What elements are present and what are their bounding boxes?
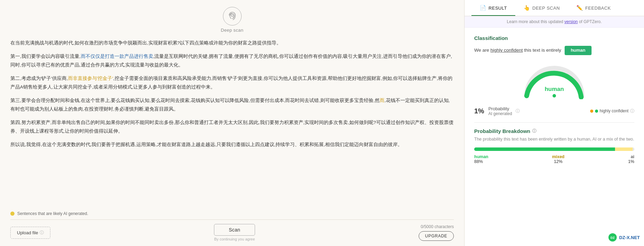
- info-icon-conf: ⓘ: [630, 108, 634, 114]
- watermark: DZ DZ-X.NET: [608, 233, 640, 242]
- tab-deep-scan[interactable]: 👆 DEEP SCAN: [515, 0, 568, 16]
- bar-human: [474, 147, 615, 151]
- bar-mixed: [615, 147, 633, 151]
- dot-green: [595, 110, 598, 113]
- left-panel: Deep scan 在当前充满挑战与机遇的时代,如何在激烈的市场竞争中脱颖而出,…: [0, 0, 465, 246]
- info-bar-text-1: Learn more about this updated: [507, 19, 565, 24]
- highlight-gold-1: 而非直接参与'挖金子': [68, 76, 113, 81]
- ai-note: Sentences that are likely AI generated.: [10, 211, 454, 216]
- bar-labels: human 88% mixed 12% ai 1%: [474, 154, 634, 164]
- char-count: 0/5000 characters: [421, 224, 454, 229]
- info-icon: ⓘ: [40, 230, 44, 236]
- tab-result[interactable]: 📄 RESULT: [471, 0, 515, 16]
- info-bar: Learn more about this updated version of…: [465, 16, 644, 28]
- bar-label-ai: ai 1%: [628, 154, 634, 164]
- upgrade-label: UPGRADE: [425, 234, 447, 238]
- yellow-dot-icon: [10, 212, 14, 216]
- probability-bar: [474, 147, 634, 151]
- pencil-icon: ✏️: [576, 5, 583, 11]
- svg-point-0: [231, 14, 233, 17]
- paragraph-5: 第四,努力积累资产,而非单纯出售自己的时间,如果你的时间不能同时卖出多份,那么你…: [10, 119, 454, 136]
- bar-ai-name: ai: [631, 154, 634, 159]
- conf-text-2: this text is entirely: [523, 48, 561, 53]
- paragraph-4: 第三,要学会合理分配时间和金钱,在这个世界上,要么花钱购买认知,要么花时间去摸索…: [10, 96, 454, 114]
- scan-label: Scan: [229, 227, 240, 233]
- gauge-wrap: human: [474, 61, 634, 99]
- paragraph-1: 在当前充满挑战与机遇的时代,如何在激烈的市场竞争中脱颖而出,实现财富积累?以下四…: [10, 39, 454, 48]
- probability-row: 1% Probability AI generated ⓘ highly con…: [474, 106, 634, 116]
- dot-orange: [590, 110, 593, 113]
- svg-text:human: human: [545, 86, 564, 92]
- scan-agree-text: By continuing you agree: [214, 237, 255, 241]
- fingerprint-icon: [223, 7, 242, 25]
- deep-scan-label: Deep scan: [221, 28, 244, 33]
- right-content: Classification We are highly confident t…: [465, 28, 644, 246]
- article-text: 在当前充满挑战与机遇的时代,如何在激烈的市场竞争中脱颖而出,实现财富积累?以下四…: [10, 39, 454, 211]
- info-icon-prob: ⓘ: [516, 108, 520, 114]
- conf-text-1: We are: [474, 48, 490, 53]
- info-bar-version-link[interactable]: version: [564, 19, 578, 24]
- paragraph-3: 第二,考虑成为'铲子'供应商,而非直接参与'挖金子',挖金子需要全面的项目素质和…: [10, 74, 454, 92]
- prob-breakdown-title: Probability Breakdown ⓘ: [474, 128, 634, 134]
- tab-feedback[interactable]: ✏️ FEEDBACK: [568, 0, 619, 16]
- svg-point-1: [553, 94, 556, 98]
- char-count-wrap: 0/5000 characters UPGRADE: [419, 224, 454, 241]
- info-bar-text-2: of GPTZero.: [578, 19, 602, 24]
- tab-feedback-label: FEEDBACK: [585, 6, 611, 11]
- scan-button-wrap: Scan By continuing you agree: [50, 224, 418, 241]
- conf-highlight: highly confident: [490, 48, 523, 53]
- paragraph-6: 所以说,我觉得,在这个充满变数的时代,我们要善于把握机遇,运用策略,才能在财富道…: [10, 141, 454, 149]
- tab-deep-scan-label: DEEP SCAN: [533, 6, 560, 11]
- bottom-bar: Upload file ⓘ Scan By continuing you agr…: [10, 219, 454, 246]
- watermark-logo: DZ: [608, 233, 617, 242]
- confidence-text: We are highly confident this text is ent…: [474, 46, 634, 55]
- prob-labels: Probability AI generated: [488, 106, 512, 116]
- classification-title: Classification: [474, 35, 634, 41]
- upload-file-button[interactable]: Upload file ⓘ: [10, 227, 50, 239]
- bar-ai-pct: 1%: [628, 159, 634, 164]
- tab-result-label: RESULT: [489, 6, 507, 11]
- svg-text:DZ: DZ: [611, 236, 615, 239]
- highlight-gold-2: 而: [380, 98, 384, 103]
- upgrade-button[interactable]: UPGRADE: [419, 231, 454, 241]
- prob-label: Probability: [488, 106, 512, 111]
- bar-human-pct: 88%: [474, 159, 483, 164]
- right-panel: 📄 RESULT 👆 DEEP SCAN ✏️ FEEDBACK Learn m…: [465, 0, 644, 246]
- highlight-blue-1: 而不仅仅是打造一款产品进行售卖: [81, 54, 153, 59]
- prob-breakdown-desc: The probability this text has been entir…: [474, 136, 634, 143]
- ai-note-text: Sentences that are likely AI generated.: [17, 211, 88, 216]
- bar-label-human: human 88%: [474, 154, 488, 164]
- watermark-text: DZ-X.NET: [619, 235, 640, 240]
- divider: [474, 122, 634, 123]
- deep-scan-header: Deep scan: [10, 7, 454, 33]
- bar-label-mixed: mixed 12%: [552, 154, 564, 164]
- prob-percent: 1%: [474, 107, 484, 115]
- human-badge: human: [565, 46, 592, 55]
- bar-mixed-pct: 12%: [554, 159, 563, 164]
- prob-breakdown-label: Probability Breakdown: [474, 128, 530, 134]
- bar-human-name: human: [474, 154, 488, 159]
- confidence-dots: highly confident ⓘ: [590, 108, 634, 114]
- prob-sublabel: AI generated: [488, 111, 512, 116]
- info-icon-breakdown: ⓘ: [532, 128, 536, 134]
- fingerprint-tab-icon: 👆: [524, 5, 530, 11]
- tabs: 📄 RESULT 👆 DEEP SCAN ✏️ FEEDBACK: [465, 0, 644, 16]
- doc-icon: 📄: [480, 5, 487, 11]
- highly-confident-label: highly confident: [600, 109, 628, 113]
- scan-button[interactable]: Scan: [214, 224, 255, 236]
- gauge-svg: human: [520, 61, 589, 99]
- bar-ai: [633, 147, 634, 151]
- paragraph-2: 第一,我们要学会以内容吸引流量,而不仅仅是打造一款产品进行售卖,流量是互联网时代…: [10, 52, 454, 70]
- bar-mixed-name: mixed: [552, 154, 564, 159]
- upload-label: Upload file: [17, 230, 38, 235]
